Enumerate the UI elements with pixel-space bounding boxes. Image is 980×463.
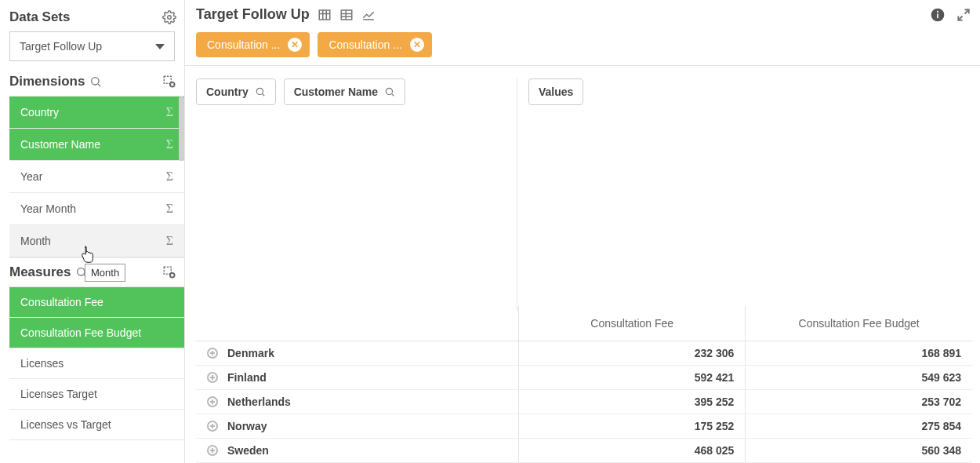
table-row[interactable]: Norway 175 252 275 854: [196, 414, 972, 439]
dimensions-list: Country Σ Customer Name Σ Year Σ Year Mo…: [9, 96, 184, 258]
dimension-item-customer-name[interactable]: Customer Name Σ: [9, 129, 184, 161]
svg-line-2: [98, 84, 100, 86]
svg-point-1: [92, 78, 99, 85]
measure-label: Consultation Fee: [20, 296, 103, 308]
main-header: Target Follow Up: [185, 0, 980, 27]
sigma-icon[interactable]: Σ: [166, 137, 173, 151]
value-column-header[interactable]: Consultation Fee Budget: [746, 306, 972, 341]
main-header-left: Target Follow Up: [196, 6, 376, 23]
field-label: Customer Name: [294, 86, 378, 98]
expand-icon[interactable]: [207, 421, 218, 432]
cell-value: 175 252: [519, 414, 746, 439]
sidebar: Data Sets Target Follow Up Dimensions: [0, 0, 185, 463]
dimensions-header: Dimensions: [9, 71, 184, 96]
measure-label: Licenses vs Target: [20, 418, 111, 431]
field-label: Values: [539, 86, 573, 98]
row-label: Sweden: [227, 444, 269, 457]
value-column-header[interactable]: Consultation Fee: [519, 306, 746, 341]
dimension-item-year-month[interactable]: Year Month Σ: [9, 193, 184, 225]
dataset-select[interactable]: Target Follow Up: [9, 31, 175, 61]
table-row[interactable]: Netherlands 395 252 253 702: [196, 390, 972, 414]
pivot-table: Consultation Fee Consultation Fee Budget…: [196, 306, 972, 464]
dimensions-title: Dimensions: [9, 74, 102, 89]
value-field-chips: Values: [517, 78, 972, 105]
dimension-label: Customer Name: [20, 138, 100, 151]
measure-label: Licenses Target: [20, 388, 97, 400]
svg-rect-13: [319, 10, 330, 20]
cell-value: 395 252: [519, 390, 746, 414]
row-field-customer-name[interactable]: Customer Name: [284, 78, 405, 105]
filter-chip[interactable]: Consultation ... ✕: [318, 32, 431, 57]
dimension-label: Month: [20, 235, 51, 247]
search-icon[interactable]: [255, 86, 266, 97]
svg-line-29: [392, 94, 394, 97]
row-label: Netherlands: [227, 396, 291, 408]
measure-item-licenses-vs-target[interactable]: Licenses vs Target: [9, 410, 184, 439]
sigma-icon[interactable]: Σ: [166, 202, 173, 216]
row-field-country[interactable]: Country: [196, 78, 276, 105]
row-label: Denmark: [227, 347, 274, 359]
expand-icon[interactable]: [207, 348, 218, 359]
expand-icon[interactable]: [207, 372, 218, 383]
close-icon[interactable]: ✕: [410, 38, 424, 52]
table-row[interactable]: Denmark 232 306 168 891: [196, 341, 972, 366]
empty-header-cell: [196, 306, 519, 341]
svg-point-0: [168, 16, 172, 20]
clear-selection-icon[interactable]: [162, 265, 176, 279]
chevron-down-icon: [155, 44, 165, 49]
measure-item-consultation-fee-budget[interactable]: Consultation Fee Budget: [9, 318, 184, 348]
svg-rect-9: [164, 267, 171, 274]
svg-rect-22: [937, 13, 938, 18]
pivot-rows-area: Country Customer Name: [196, 78, 517, 311]
search-icon[interactable]: [384, 86, 395, 97]
measures-list: Consultation Fee Consultation Fee Budget…: [9, 286, 184, 440]
expand-icon[interactable]: [207, 396, 218, 407]
table-row[interactable]: Finland 592 421 549 623: [196, 366, 972, 390]
measure-item-consultation-fee[interactable]: Consultation Fee: [9, 287, 184, 318]
filter-chip-label: Consultation ...: [328, 38, 401, 51]
cell-value: 168 891: [746, 341, 972, 366]
svg-point-26: [256, 88, 263, 94]
dimension-label: Country: [20, 106, 59, 118]
filter-chip[interactable]: Consultation ... ✕: [196, 32, 310, 57]
cell-value: 275 854: [746, 414, 972, 439]
pivot-table-wrap: Consultation Fee Consultation Fee Budget…: [185, 306, 980, 464]
main-panel: Target Follow Up: [185, 0, 980, 463]
info-icon[interactable]: [930, 7, 946, 23]
cell-value: 560 348: [746, 439, 972, 463]
table-row[interactable]: Sweden 468 025 560 348: [196, 439, 972, 463]
search-icon[interactable]: [89, 75, 102, 88]
cell-value: 549 623: [746, 366, 972, 390]
sigma-icon[interactable]: Σ: [166, 234, 173, 248]
datasets-title: Data Sets: [9, 9, 70, 25]
chart-view-icon[interactable]: [361, 8, 376, 22]
measure-item-licenses-target[interactable]: Licenses Target: [9, 379, 184, 410]
main-header-right: [930, 7, 971, 23]
table-view-icon[interactable]: [318, 8, 332, 22]
dimension-item-year[interactable]: Year Σ: [9, 161, 184, 193]
dimension-item-country[interactable]: Country Σ: [9, 97, 184, 129]
dataset-selected-label: Target Follow Up: [20, 40, 102, 53]
scrollbar-thumb[interactable]: [179, 97, 184, 161]
page-title: Target Follow Up: [196, 6, 310, 23]
clear-selection-icon[interactable]: [162, 75, 176, 89]
fullscreen-icon[interactable]: [956, 8, 971, 22]
cell-value: 468 025: [519, 439, 746, 463]
expand-icon[interactable]: [207, 445, 218, 456]
sigma-icon[interactable]: Σ: [166, 170, 173, 184]
svg-point-28: [386, 88, 392, 94]
measure-item-licenses[interactable]: Licenses: [9, 348, 184, 379]
sigma-icon[interactable]: Σ: [166, 105, 173, 119]
filter-chips-row: Consultation ... ✕ Consultation ... ✕: [185, 27, 980, 66]
measures-title: Measures: [9, 264, 88, 280]
pivot-workspace: Country Customer Name: [185, 66, 980, 311]
filter-chip-label: Consultation ...: [207, 38, 280, 51]
pivot-table-icon[interactable]: [339, 8, 354, 22]
dimension-item-month[interactable]: Month Σ: [9, 225, 184, 257]
measure-label: Consultation Fee Budget: [20, 326, 141, 339]
value-field-values[interactable]: Values: [528, 78, 583, 105]
cell-value: 592 421: [519, 366, 746, 390]
gear-icon[interactable]: [162, 10, 176, 24]
datasets-header: Data Sets: [9, 6, 184, 31]
close-icon[interactable]: ✕: [288, 38, 302, 52]
